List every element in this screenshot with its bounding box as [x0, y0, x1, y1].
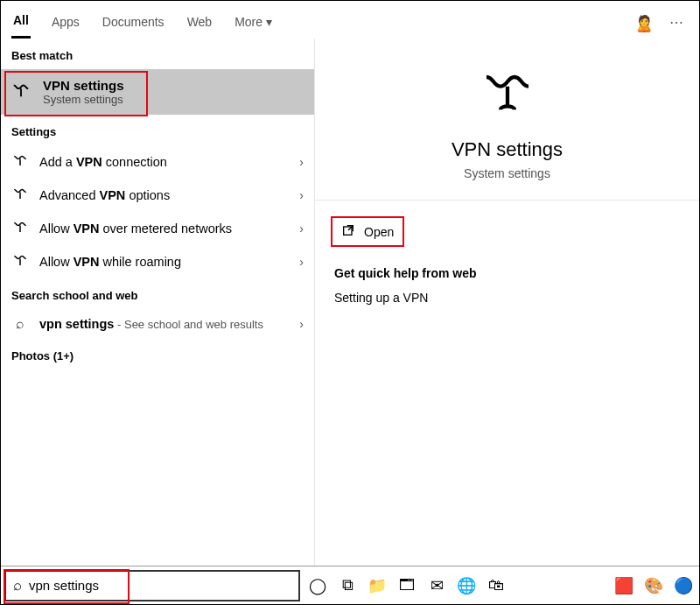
mail-icon[interactable]: ✉: [424, 573, 449, 598]
chevron-right-icon: ›: [299, 255, 304, 269]
section-photos: Photos (1+): [1, 339, 314, 369]
cortana-icon[interactable]: ◯: [305, 573, 330, 598]
tab-documents[interactable]: Documents: [101, 10, 166, 38]
tab-web[interactable]: Web: [186, 10, 214, 38]
vpn-icon: [11, 219, 29, 238]
tab-apps[interactable]: Apps: [50, 10, 81, 38]
search-box[interactable]: ⌕: [4, 570, 300, 601]
section-settings: Settings: [1, 115, 314, 145]
chevron-right-icon: ›: [299, 222, 304, 236]
search-input[interactable]: [29, 572, 291, 600]
tab-more[interactable]: More ▾: [233, 10, 274, 38]
tab-more-label: More: [234, 15, 262, 29]
vpn-icon: [11, 81, 31, 103]
open-icon: [341, 223, 355, 240]
section-best-match: Best match: [1, 39, 314, 69]
open-button[interactable]: Open: [331, 216, 404, 247]
chrome-icon[interactable]: 🔵: [671, 573, 696, 598]
help-header: Get quick help from web: [334, 266, 680, 280]
figma-icon[interactable]: 🎨: [641, 573, 666, 598]
best-match-title: VPN settings: [43, 78, 124, 93]
task-view-icon[interactable]: ⧉: [335, 573, 360, 598]
vpn-icon: [480, 63, 536, 123]
settings-item-3[interactable]: Allow VPN while roaming›: [1, 245, 314, 278]
preview-subtitle: System settings: [464, 166, 550, 180]
filter-tabs: All Apps Documents Web More ▾ 🙎 ⋯: [1, 1, 699, 39]
chevron-right-icon: ›: [299, 317, 304, 331]
tab-all[interactable]: All: [11, 8, 31, 39]
chevron-down-icon: ▾: [266, 15, 272, 29]
results-pane: Best match VPN settings System settings …: [1, 39, 314, 566]
vpn-icon: [11, 252, 29, 271]
settings-item-1[interactable]: Advanced VPN options›: [1, 179, 314, 212]
more-options-icon[interactable]: ⋯: [669, 14, 683, 33]
preview-title: VPN settings: [452, 138, 563, 161]
web-result[interactable]: ⌕ vpn settings - See school and web resu…: [1, 309, 314, 339]
best-match-result[interactable]: VPN settings System settings: [1, 69, 314, 115]
feedback-icon[interactable]: 🙎: [634, 14, 654, 33]
file-explorer-icon[interactable]: 📁: [365, 573, 389, 598]
vpn-icon: [11, 152, 29, 172]
best-match-subtitle: System settings: [43, 93, 124, 106]
vpn-icon: [11, 186, 29, 205]
search-icon: ⌕: [13, 577, 22, 594]
open-label: Open: [364, 225, 394, 239]
edge-icon[interactable]: 🌐: [454, 573, 479, 598]
help-link-setup-vpn[interactable]: Setting up a VPN: [334, 291, 680, 305]
app-icon-1[interactable]: 🗔: [395, 573, 419, 598]
taskbar: ⌕ ◯ ⧉ 📁 🗔 ✉ 🌐 🛍 🟥 🎨 🔵: [1, 566, 699, 604]
chevron-right-icon: ›: [299, 155, 304, 169]
settings-item-0[interactable]: Add a VPN connection›: [1, 145, 314, 179]
settings-item-2[interactable]: Allow VPN over metered networks›: [1, 212, 314, 245]
section-search-web: Search school and web: [1, 278, 314, 309]
chevron-right-icon: ›: [299, 188, 304, 202]
preview-pane: VPN settings System settings Open Get qu…: [314, 39, 699, 566]
store-icon[interactable]: 🛍: [484, 573, 508, 598]
search-icon: ⌕: [11, 316, 29, 332]
app-icon-2[interactable]: 🟥: [612, 573, 636, 598]
